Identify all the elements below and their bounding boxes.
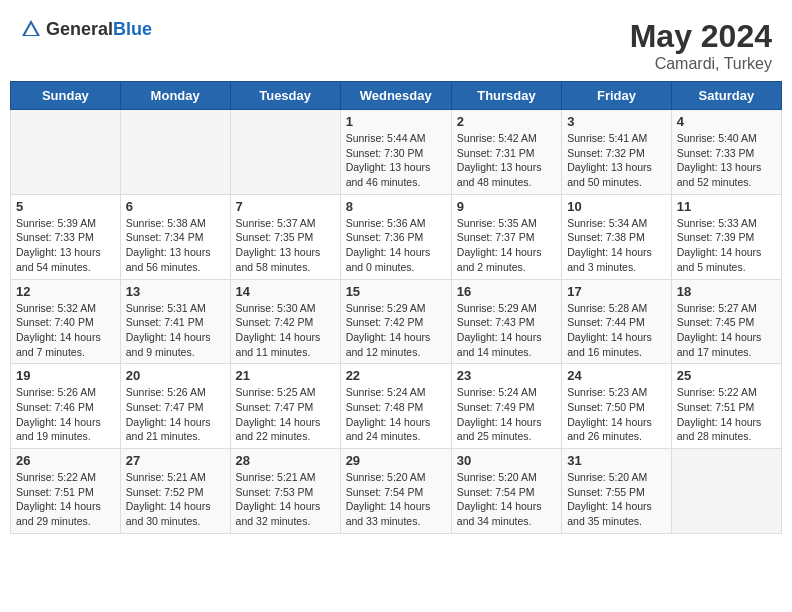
calendar-week-row: 26Sunrise: 5:22 AM Sunset: 7:51 PM Dayli… [11,449,782,534]
cell-content: Sunrise: 5:21 AM Sunset: 7:52 PM Dayligh… [126,470,225,529]
logo-icon [20,18,42,40]
day-number: 1 [346,114,446,129]
day-number: 16 [457,284,556,299]
cell-content: Sunrise: 5:31 AM Sunset: 7:41 PM Dayligh… [126,301,225,360]
day-number: 7 [236,199,335,214]
calendar-cell: 18Sunrise: 5:27 AM Sunset: 7:45 PM Dayli… [671,279,781,364]
day-number: 26 [16,453,115,468]
day-number: 25 [677,368,776,383]
day-header: Wednesday [340,82,451,110]
calendar-cell: 4Sunrise: 5:40 AM Sunset: 7:33 PM Daylig… [671,110,781,195]
calendar-cell: 5Sunrise: 5:39 AM Sunset: 7:33 PM Daylig… [11,194,121,279]
location: Camardi, Turkey [630,55,772,73]
calendar-cell: 29Sunrise: 5:20 AM Sunset: 7:54 PM Dayli… [340,449,451,534]
day-number: 22 [346,368,446,383]
calendar-cell [230,110,340,195]
day-number: 24 [567,368,666,383]
calendar-cell: 16Sunrise: 5:29 AM Sunset: 7:43 PM Dayli… [451,279,561,364]
calendar-cell: 2Sunrise: 5:42 AM Sunset: 7:31 PM Daylig… [451,110,561,195]
day-number: 28 [236,453,335,468]
day-number: 2 [457,114,556,129]
calendar-cell: 17Sunrise: 5:28 AM Sunset: 7:44 PM Dayli… [562,279,672,364]
day-number: 19 [16,368,115,383]
day-header: Saturday [671,82,781,110]
calendar-cell: 25Sunrise: 5:22 AM Sunset: 7:51 PM Dayli… [671,364,781,449]
cell-content: Sunrise: 5:29 AM Sunset: 7:43 PM Dayligh… [457,301,556,360]
calendar-cell: 13Sunrise: 5:31 AM Sunset: 7:41 PM Dayli… [120,279,230,364]
cell-content: Sunrise: 5:34 AM Sunset: 7:38 PM Dayligh… [567,216,666,275]
day-header: Sunday [11,82,121,110]
cell-content: Sunrise: 5:20 AM Sunset: 7:54 PM Dayligh… [346,470,446,529]
day-number: 13 [126,284,225,299]
day-number: 15 [346,284,446,299]
day-number: 31 [567,453,666,468]
cell-content: Sunrise: 5:44 AM Sunset: 7:30 PM Dayligh… [346,131,446,190]
calendar-week-row: 5Sunrise: 5:39 AM Sunset: 7:33 PM Daylig… [11,194,782,279]
day-number: 18 [677,284,776,299]
day-header: Tuesday [230,82,340,110]
cell-content: Sunrise: 5:38 AM Sunset: 7:34 PM Dayligh… [126,216,225,275]
calendar-cell: 8Sunrise: 5:36 AM Sunset: 7:36 PM Daylig… [340,194,451,279]
calendar-week-row: 12Sunrise: 5:32 AM Sunset: 7:40 PM Dayli… [11,279,782,364]
calendar-cell: 23Sunrise: 5:24 AM Sunset: 7:49 PM Dayli… [451,364,561,449]
calendar-table: SundayMondayTuesdayWednesdayThursdayFrid… [10,81,782,534]
cell-content: Sunrise: 5:41 AM Sunset: 7:32 PM Dayligh… [567,131,666,190]
cell-content: Sunrise: 5:26 AM Sunset: 7:47 PM Dayligh… [126,385,225,444]
calendar-cell: 6Sunrise: 5:38 AM Sunset: 7:34 PM Daylig… [120,194,230,279]
calendar-cell: 15Sunrise: 5:29 AM Sunset: 7:42 PM Dayli… [340,279,451,364]
calendar-header-row: SundayMondayTuesdayWednesdayThursdayFrid… [11,82,782,110]
cell-content: Sunrise: 5:33 AM Sunset: 7:39 PM Dayligh… [677,216,776,275]
cell-content: Sunrise: 5:20 AM Sunset: 7:55 PM Dayligh… [567,470,666,529]
calendar-week-row: 19Sunrise: 5:26 AM Sunset: 7:46 PM Dayli… [11,364,782,449]
calendar-cell: 1Sunrise: 5:44 AM Sunset: 7:30 PM Daylig… [340,110,451,195]
day-number: 27 [126,453,225,468]
calendar-cell: 7Sunrise: 5:37 AM Sunset: 7:35 PM Daylig… [230,194,340,279]
cell-content: Sunrise: 5:35 AM Sunset: 7:37 PM Dayligh… [457,216,556,275]
calendar-cell: 24Sunrise: 5:23 AM Sunset: 7:50 PM Dayli… [562,364,672,449]
cell-content: Sunrise: 5:22 AM Sunset: 7:51 PM Dayligh… [16,470,115,529]
calendar-cell [11,110,121,195]
cell-content: Sunrise: 5:30 AM Sunset: 7:42 PM Dayligh… [236,301,335,360]
calendar-header: GeneralBlue May 2024 Camardi, Turkey [10,10,782,81]
day-number: 12 [16,284,115,299]
month-year: May 2024 [630,18,772,55]
cell-content: Sunrise: 5:39 AM Sunset: 7:33 PM Dayligh… [16,216,115,275]
cell-content: Sunrise: 5:23 AM Sunset: 7:50 PM Dayligh… [567,385,666,444]
calendar-cell: 9Sunrise: 5:35 AM Sunset: 7:37 PM Daylig… [451,194,561,279]
day-number: 20 [126,368,225,383]
title-area: May 2024 Camardi, Turkey [630,18,772,73]
cell-content: Sunrise: 5:36 AM Sunset: 7:36 PM Dayligh… [346,216,446,275]
day-number: 14 [236,284,335,299]
day-number: 21 [236,368,335,383]
day-number: 6 [126,199,225,214]
cell-content: Sunrise: 5:28 AM Sunset: 7:44 PM Dayligh… [567,301,666,360]
calendar-cell: 12Sunrise: 5:32 AM Sunset: 7:40 PM Dayli… [11,279,121,364]
cell-content: Sunrise: 5:24 AM Sunset: 7:48 PM Dayligh… [346,385,446,444]
calendar-cell: 22Sunrise: 5:24 AM Sunset: 7:48 PM Dayli… [340,364,451,449]
calendar-cell [671,449,781,534]
day-number: 3 [567,114,666,129]
cell-content: Sunrise: 5:42 AM Sunset: 7:31 PM Dayligh… [457,131,556,190]
cell-content: Sunrise: 5:27 AM Sunset: 7:45 PM Dayligh… [677,301,776,360]
calendar-cell: 14Sunrise: 5:30 AM Sunset: 7:42 PM Dayli… [230,279,340,364]
day-number: 5 [16,199,115,214]
day-number: 23 [457,368,556,383]
day-header: Friday [562,82,672,110]
cell-content: Sunrise: 5:20 AM Sunset: 7:54 PM Dayligh… [457,470,556,529]
logo: GeneralBlue [20,18,152,40]
day-header: Thursday [451,82,561,110]
calendar-cell: 30Sunrise: 5:20 AM Sunset: 7:54 PM Dayli… [451,449,561,534]
calendar-cell: 31Sunrise: 5:20 AM Sunset: 7:55 PM Dayli… [562,449,672,534]
calendar-cell: 11Sunrise: 5:33 AM Sunset: 7:39 PM Dayli… [671,194,781,279]
cell-content: Sunrise: 5:37 AM Sunset: 7:35 PM Dayligh… [236,216,335,275]
calendar-cell: 28Sunrise: 5:21 AM Sunset: 7:53 PM Dayli… [230,449,340,534]
day-number: 17 [567,284,666,299]
cell-content: Sunrise: 5:29 AM Sunset: 7:42 PM Dayligh… [346,301,446,360]
day-number: 8 [346,199,446,214]
calendar-cell: 27Sunrise: 5:21 AM Sunset: 7:52 PM Dayli… [120,449,230,534]
cell-content: Sunrise: 5:26 AM Sunset: 7:46 PM Dayligh… [16,385,115,444]
calendar-cell: 3Sunrise: 5:41 AM Sunset: 7:32 PM Daylig… [562,110,672,195]
day-number: 29 [346,453,446,468]
cell-content: Sunrise: 5:32 AM Sunset: 7:40 PM Dayligh… [16,301,115,360]
cell-content: Sunrise: 5:22 AM Sunset: 7:51 PM Dayligh… [677,385,776,444]
